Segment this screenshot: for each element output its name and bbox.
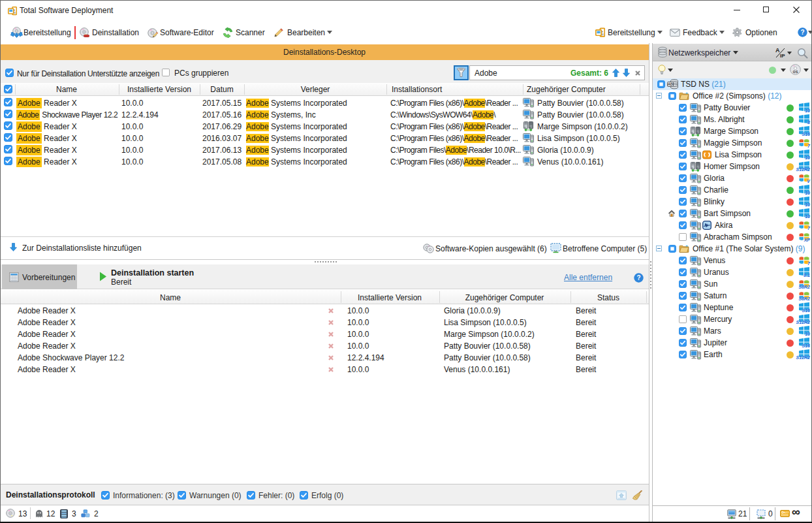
- svg-text:?: ?: [636, 274, 640, 281]
- svg-text:IP: IP: [780, 53, 785, 59]
- svg-text:os: os: [792, 69, 798, 74]
- svg-text:?: ?: [800, 29, 804, 36]
- svg-text:A: A: [775, 47, 780, 54]
